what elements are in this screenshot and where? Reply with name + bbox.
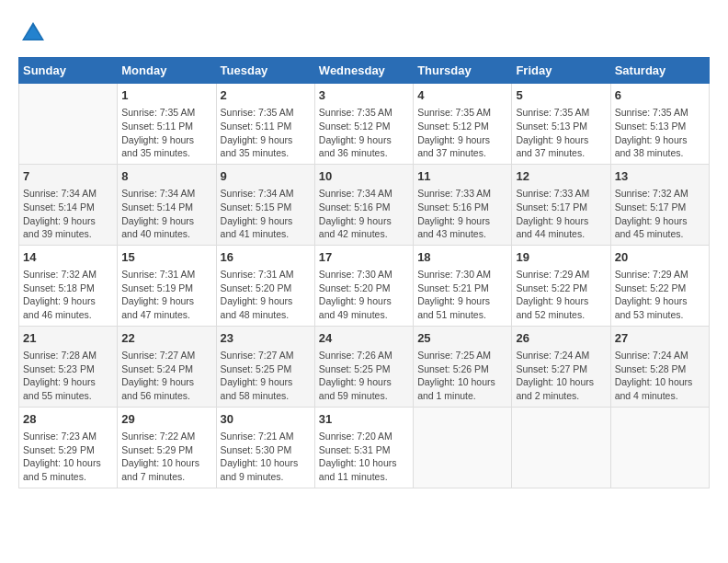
day-number: 19 <box>516 249 606 266</box>
header-sunday: Sunday <box>19 58 118 84</box>
day-number: 7 <box>23 168 113 185</box>
calendar-cell: 14Sunrise: 7:32 AM Sunset: 5:18 PM Dayli… <box>19 245 118 326</box>
day-number: 30 <box>221 411 311 428</box>
day-number: 29 <box>121 411 211 428</box>
day-number: 10 <box>319 168 409 185</box>
header-saturday: Saturday <box>610 58 709 84</box>
logo <box>18 18 51 48</box>
day-number: 16 <box>221 249 311 266</box>
cell-content: Sunrise: 7:30 AM Sunset: 5:20 PM Dayligh… <box>319 268 409 322</box>
calendar-cell: 17Sunrise: 7:30 AM Sunset: 5:20 PM Dayli… <box>314 245 413 326</box>
day-number: 24 <box>319 330 409 347</box>
cell-content: Sunrise: 7:29 AM Sunset: 5:22 PM Dayligh… <box>516 268 606 322</box>
cell-content: Sunrise: 7:34 AM Sunset: 5:14 PM Dayligh… <box>121 187 211 241</box>
calendar-cell: 8Sunrise: 7:34 AM Sunset: 5:14 PM Daylig… <box>118 164 216 245</box>
calendar-cell <box>610 407 709 488</box>
cell-content: Sunrise: 7:35 AM Sunset: 5:13 PM Dayligh… <box>615 106 705 160</box>
day-number: 15 <box>121 249 211 266</box>
day-number: 11 <box>417 168 507 185</box>
cell-content: Sunrise: 7:34 AM Sunset: 5:15 PM Dayligh… <box>221 187 311 241</box>
calendar-table: SundayMondayTuesdayWednesdayThursdayFrid… <box>18 57 710 488</box>
calendar-cell: 4Sunrise: 7:35 AM Sunset: 5:12 PM Daylig… <box>414 84 512 165</box>
header-wednesday: Wednesday <box>314 58 413 84</box>
header-friday: Friday <box>512 58 610 84</box>
calendar-cell: 16Sunrise: 7:31 AM Sunset: 5:20 PM Dayli… <box>216 245 314 326</box>
cell-content: Sunrise: 7:21 AM Sunset: 5:30 PM Dayligh… <box>221 430 311 484</box>
week-row-3: 14Sunrise: 7:32 AM Sunset: 5:18 PM Dayli… <box>19 245 710 326</box>
day-number: 13 <box>615 168 705 185</box>
day-number: 28 <box>23 411 113 428</box>
calendar-cell: 19Sunrise: 7:29 AM Sunset: 5:22 PM Dayli… <box>512 245 610 326</box>
calendar-cell: 3Sunrise: 7:35 AM Sunset: 5:12 PM Daylig… <box>314 84 413 165</box>
header-thursday: Thursday <box>414 58 512 84</box>
calendar-cell: 20Sunrise: 7:29 AM Sunset: 5:22 PM Dayli… <box>610 245 709 326</box>
calendar-cell: 31Sunrise: 7:20 AM Sunset: 5:31 PM Dayli… <box>314 407 413 488</box>
cell-content: Sunrise: 7:34 AM Sunset: 5:16 PM Dayligh… <box>319 187 409 241</box>
cell-content: Sunrise: 7:32 AM Sunset: 5:18 PM Dayligh… <box>23 268 113 322</box>
week-row-1: 1Sunrise: 7:35 AM Sunset: 5:11 PM Daylig… <box>19 84 710 165</box>
day-number: 26 <box>516 330 606 347</box>
cell-content: Sunrise: 7:23 AM Sunset: 5:29 PM Dayligh… <box>23 430 113 484</box>
day-number: 27 <box>615 330 705 347</box>
calendar-cell: 11Sunrise: 7:33 AM Sunset: 5:16 PM Dayli… <box>414 164 512 245</box>
cell-content: Sunrise: 7:35 AM Sunset: 5:11 PM Dayligh… <box>221 106 311 160</box>
header-tuesday: Tuesday <box>216 58 314 84</box>
calendar-cell: 25Sunrise: 7:25 AM Sunset: 5:26 PM Dayli… <box>414 326 512 407</box>
calendar-cell: 2Sunrise: 7:35 AM Sunset: 5:11 PM Daylig… <box>216 84 314 165</box>
cell-content: Sunrise: 7:26 AM Sunset: 5:25 PM Dayligh… <box>319 349 409 403</box>
cell-content: Sunrise: 7:35 AM Sunset: 5:13 PM Dayligh… <box>516 106 606 160</box>
day-number: 8 <box>121 168 211 185</box>
cell-content: Sunrise: 7:32 AM Sunset: 5:17 PM Dayligh… <box>615 187 705 241</box>
calendar-cell <box>512 407 610 488</box>
calendar-cell: 22Sunrise: 7:27 AM Sunset: 5:24 PM Dayli… <box>118 326 216 407</box>
calendar-cell <box>19 84 118 165</box>
calendar-cell: 13Sunrise: 7:32 AM Sunset: 5:17 PM Dayli… <box>610 164 709 245</box>
week-row-4: 21Sunrise: 7:28 AM Sunset: 5:23 PM Dayli… <box>19 326 710 407</box>
cell-content: Sunrise: 7:22 AM Sunset: 5:29 PM Dayligh… <box>121 430 211 484</box>
day-number: 4 <box>417 87 507 104</box>
calendar-cell: 5Sunrise: 7:35 AM Sunset: 5:13 PM Daylig… <box>512 84 610 165</box>
cell-content: Sunrise: 7:31 AM Sunset: 5:19 PM Dayligh… <box>121 268 211 322</box>
cell-content: Sunrise: 7:34 AM Sunset: 5:14 PM Dayligh… <box>23 187 113 241</box>
day-number: 23 <box>221 330 311 347</box>
calendar-cell: 28Sunrise: 7:23 AM Sunset: 5:29 PM Dayli… <box>19 407 118 488</box>
calendar-cell: 29Sunrise: 7:22 AM Sunset: 5:29 PM Dayli… <box>118 407 216 488</box>
cell-content: Sunrise: 7:24 AM Sunset: 5:28 PM Dayligh… <box>615 349 705 403</box>
calendar-cell: 27Sunrise: 7:24 AM Sunset: 5:28 PM Dayli… <box>610 326 709 407</box>
cell-content: Sunrise: 7:30 AM Sunset: 5:21 PM Dayligh… <box>417 268 507 322</box>
header-monday: Monday <box>118 58 216 84</box>
day-number: 2 <box>221 87 311 104</box>
cell-content: Sunrise: 7:27 AM Sunset: 5:25 PM Dayligh… <box>221 349 311 403</box>
cell-content: Sunrise: 7:33 AM Sunset: 5:16 PM Dayligh… <box>417 187 507 241</box>
calendar-cell: 12Sunrise: 7:33 AM Sunset: 5:17 PM Dayli… <box>512 164 610 245</box>
day-number: 22 <box>121 330 211 347</box>
calendar-cell: 10Sunrise: 7:34 AM Sunset: 5:16 PM Dayli… <box>314 164 413 245</box>
calendar-cell: 6Sunrise: 7:35 AM Sunset: 5:13 PM Daylig… <box>610 84 709 165</box>
cell-content: Sunrise: 7:27 AM Sunset: 5:24 PM Dayligh… <box>121 349 211 403</box>
day-number: 18 <box>417 249 507 266</box>
day-number: 25 <box>417 330 507 347</box>
calendar-cell: 26Sunrise: 7:24 AM Sunset: 5:27 PM Dayli… <box>512 326 610 407</box>
day-number: 20 <box>615 249 705 266</box>
calendar-header-row: SundayMondayTuesdayWednesdayThursdayFrid… <box>19 58 710 84</box>
day-number: 21 <box>23 330 113 347</box>
calendar-cell: 1Sunrise: 7:35 AM Sunset: 5:11 PM Daylig… <box>118 84 216 165</box>
day-number: 1 <box>121 87 211 104</box>
cell-content: Sunrise: 7:35 AM Sunset: 5:12 PM Dayligh… <box>319 106 409 160</box>
cell-content: Sunrise: 7:28 AM Sunset: 5:23 PM Dayligh… <box>23 349 113 403</box>
day-number: 12 <box>516 168 606 185</box>
day-number: 5 <box>516 87 606 104</box>
day-number: 3 <box>319 87 409 104</box>
calendar-cell: 15Sunrise: 7:31 AM Sunset: 5:19 PM Dayli… <box>118 245 216 326</box>
cell-content: Sunrise: 7:35 AM Sunset: 5:12 PM Dayligh… <box>417 106 507 160</box>
calendar-cell: 9Sunrise: 7:34 AM Sunset: 5:15 PM Daylig… <box>216 164 314 245</box>
calendar-cell: 7Sunrise: 7:34 AM Sunset: 5:14 PM Daylig… <box>19 164 118 245</box>
cell-content: Sunrise: 7:31 AM Sunset: 5:20 PM Dayligh… <box>221 268 311 322</box>
day-number: 14 <box>23 249 113 266</box>
cell-content: Sunrise: 7:25 AM Sunset: 5:26 PM Dayligh… <box>417 349 507 403</box>
cell-content: Sunrise: 7:29 AM Sunset: 5:22 PM Dayligh… <box>615 268 705 322</box>
day-number: 31 <box>319 411 409 428</box>
cell-content: Sunrise: 7:35 AM Sunset: 5:11 PM Dayligh… <box>121 106 211 160</box>
calendar-cell: 24Sunrise: 7:26 AM Sunset: 5:25 PM Dayli… <box>314 326 413 407</box>
calendar-cell: 30Sunrise: 7:21 AM Sunset: 5:30 PM Dayli… <box>216 407 314 488</box>
